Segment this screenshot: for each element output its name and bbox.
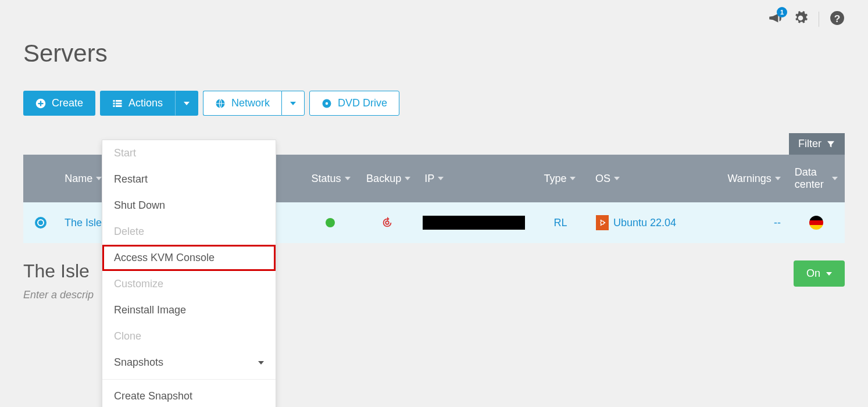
menu-delete: Delete: [102, 219, 276, 245]
create-button[interactable]: Create: [23, 91, 95, 116]
filter-button[interactable]: Filter: [789, 133, 845, 155]
filter-label: Filter: [798, 138, 821, 150]
col-ip[interactable]: IP: [417, 155, 531, 202]
network-caret[interactable]: [281, 91, 305, 116]
menu-kvm-console[interactable]: Access KVM Console: [102, 245, 276, 271]
flag-germany-icon: [809, 216, 823, 230]
svg-rect-8: [116, 105, 122, 107]
svg-text:?: ?: [834, 13, 841, 24]
sort-icon: [775, 177, 781, 180]
server-name-link[interactable]: The Isle: [65, 217, 102, 229]
globe-icon: [215, 98, 226, 109]
menu-start: Start: [102, 140, 276, 166]
svg-rect-6: [116, 102, 122, 104]
details-title: The Isle: [23, 260, 94, 282]
help-icon[interactable]: ?: [830, 10, 845, 28]
sort-icon: [345, 177, 351, 180]
col-datacenter[interactable]: Data center: [788, 155, 845, 202]
plus-circle-icon: [35, 98, 46, 109]
create-label: Create: [52, 97, 83, 109]
menu-restart[interactable]: Restart: [102, 166, 276, 192]
col-backup[interactable]: Backup: [359, 155, 417, 202]
sort-icon: [614, 177, 620, 180]
chevron-down-icon: [290, 102, 296, 105]
svg-rect-7: [113, 105, 115, 107]
svg-point-11: [326, 102, 328, 105]
ip-redacted: [423, 216, 525, 230]
toolbar: Create Actions Network DVD Drive: [23, 91, 845, 116]
svg-rect-4: [116, 100, 122, 102]
description-input[interactable]: Enter a descrip: [23, 289, 94, 301]
svg-rect-3: [113, 100, 115, 102]
actions-button[interactable]: Actions: [100, 91, 175, 116]
svg-point-15: [600, 220, 601, 221]
col-warnings[interactable]: Warnings: [713, 155, 787, 202]
menu-customize: Customize: [102, 271, 276, 297]
sort-icon: [570, 177, 576, 180]
actions-label: Actions: [128, 97, 163, 109]
dvd-label: DVD Drive: [338, 97, 387, 109]
os-link[interactable]: Ubuntu 22.04: [613, 217, 676, 229]
col-type[interactable]: Type: [531, 155, 588, 202]
svg-rect-5: [113, 102, 115, 104]
sort-icon: [96, 177, 102, 180]
sort-icon: [405, 177, 410, 180]
menu-reinstall[interactable]: Reinstall Image: [102, 297, 276, 319]
divider: [819, 12, 819, 27]
actions-dropdown: Start Restart Shut Down Delete Access KV…: [102, 140, 276, 319]
announcements-icon[interactable]: 1: [767, 10, 783, 28]
page-title: Servers: [23, 40, 845, 67]
svg-point-12: [385, 221, 389, 224]
svg-point-16: [600, 224, 601, 226]
gear-icon[interactable]: [793, 10, 808, 28]
funnel-icon: [826, 140, 835, 149]
network-button[interactable]: Network: [203, 91, 281, 116]
col-select: [23, 155, 58, 202]
menu-shutdown[interactable]: Shut Down: [102, 192, 276, 219]
notification-badge: 1: [777, 7, 787, 17]
backup-restore-icon[interactable]: [381, 216, 394, 229]
disc-icon: [322, 98, 332, 109]
svg-point-14: [604, 222, 605, 223]
chevron-down-icon: [826, 272, 832, 276]
sort-icon: [832, 177, 838, 180]
power-label: On: [806, 267, 820, 280]
dvd-button[interactable]: DVD Drive: [309, 91, 399, 116]
row-radio[interactable]: [35, 217, 47, 229]
list-icon: [112, 98, 123, 109]
svg-point-13: [601, 221, 604, 224]
col-status[interactable]: Status: [302, 155, 359, 202]
network-label: Network: [231, 97, 270, 109]
ubuntu-icon: [596, 215, 609, 230]
col-os[interactable]: OS: [588, 155, 713, 202]
chevron-down-icon: [184, 102, 190, 105]
actions-caret[interactable]: [175, 91, 198, 116]
power-state-button[interactable]: On: [794, 260, 845, 287]
type-link[interactable]: RL: [553, 217, 567, 229]
sort-icon: [438, 177, 444, 180]
warnings-value: --: [774, 217, 781, 229]
status-running-icon: [326, 218, 335, 227]
